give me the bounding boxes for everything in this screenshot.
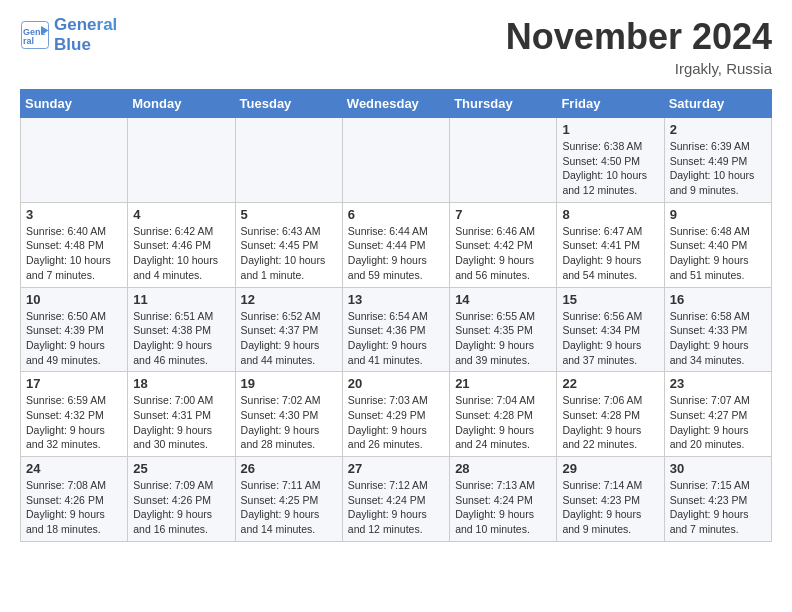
- calendar-cell: 8Sunrise: 6:47 AM Sunset: 4:41 PM Daylig…: [557, 202, 664, 287]
- calendar-cell: [235, 118, 342, 203]
- day-info: Sunrise: 7:15 AM Sunset: 4:23 PM Dayligh…: [670, 478, 766, 537]
- calendar-cell: 7Sunrise: 6:46 AM Sunset: 4:42 PM Daylig…: [450, 202, 557, 287]
- day-info: Sunrise: 7:08 AM Sunset: 4:26 PM Dayligh…: [26, 478, 122, 537]
- day-info: Sunrise: 7:12 AM Sunset: 4:24 PM Dayligh…: [348, 478, 444, 537]
- day-number: 19: [241, 376, 337, 391]
- location: Irgakly, Russia: [506, 60, 772, 77]
- calendar-cell: 13Sunrise: 6:54 AM Sunset: 4:36 PM Dayli…: [342, 287, 449, 372]
- calendar-cell: 26Sunrise: 7:11 AM Sunset: 4:25 PM Dayli…: [235, 457, 342, 542]
- day-number: 28: [455, 461, 551, 476]
- calendar-cell: [128, 118, 235, 203]
- calendar-cell: 29Sunrise: 7:14 AM Sunset: 4:23 PM Dayli…: [557, 457, 664, 542]
- day-info: Sunrise: 6:59 AM Sunset: 4:32 PM Dayligh…: [26, 393, 122, 452]
- day-info: Sunrise: 7:07 AM Sunset: 4:27 PM Dayligh…: [670, 393, 766, 452]
- day-number: 25: [133, 461, 229, 476]
- calendar-cell: 1Sunrise: 6:38 AM Sunset: 4:50 PM Daylig…: [557, 118, 664, 203]
- calendar-cell: 27Sunrise: 7:12 AM Sunset: 4:24 PM Dayli…: [342, 457, 449, 542]
- day-info: Sunrise: 6:42 AM Sunset: 4:46 PM Dayligh…: [133, 224, 229, 283]
- calendar-cell: 4Sunrise: 6:42 AM Sunset: 4:46 PM Daylig…: [128, 202, 235, 287]
- day-number: 11: [133, 292, 229, 307]
- day-info: Sunrise: 6:40 AM Sunset: 4:48 PM Dayligh…: [26, 224, 122, 283]
- day-info: Sunrise: 6:47 AM Sunset: 4:41 PM Dayligh…: [562, 224, 658, 283]
- calendar-cell: 21Sunrise: 7:04 AM Sunset: 4:28 PM Dayli…: [450, 372, 557, 457]
- calendar-cell: 11Sunrise: 6:51 AM Sunset: 4:38 PM Dayli…: [128, 287, 235, 372]
- month-title: November 2024: [506, 16, 772, 58]
- day-number: 9: [670, 207, 766, 222]
- calendar-cell: 24Sunrise: 7:08 AM Sunset: 4:26 PM Dayli…: [21, 457, 128, 542]
- day-info: Sunrise: 6:54 AM Sunset: 4:36 PM Dayligh…: [348, 309, 444, 368]
- calendar-cell: 22Sunrise: 7:06 AM Sunset: 4:28 PM Dayli…: [557, 372, 664, 457]
- day-number: 23: [670, 376, 766, 391]
- day-info: Sunrise: 7:09 AM Sunset: 4:26 PM Dayligh…: [133, 478, 229, 537]
- day-info: Sunrise: 7:06 AM Sunset: 4:28 PM Dayligh…: [562, 393, 658, 452]
- calendar-cell: 14Sunrise: 6:55 AM Sunset: 4:35 PM Dayli…: [450, 287, 557, 372]
- day-number: 5: [241, 207, 337, 222]
- day-number: 26: [241, 461, 337, 476]
- weekday-header-sunday: Sunday: [21, 90, 128, 118]
- calendar-cell: 3Sunrise: 6:40 AM Sunset: 4:48 PM Daylig…: [21, 202, 128, 287]
- day-number: 22: [562, 376, 658, 391]
- weekday-header-row: SundayMondayTuesdayWednesdayThursdayFrid…: [21, 90, 772, 118]
- day-number: 3: [26, 207, 122, 222]
- day-info: Sunrise: 6:43 AM Sunset: 4:45 PM Dayligh…: [241, 224, 337, 283]
- day-info: Sunrise: 6:46 AM Sunset: 4:42 PM Dayligh…: [455, 224, 551, 283]
- day-number: 10: [26, 292, 122, 307]
- day-info: Sunrise: 7:14 AM Sunset: 4:23 PM Dayligh…: [562, 478, 658, 537]
- week-row-3: 10Sunrise: 6:50 AM Sunset: 4:39 PM Dayli…: [21, 287, 772, 372]
- day-info: Sunrise: 6:48 AM Sunset: 4:40 PM Dayligh…: [670, 224, 766, 283]
- day-number: 1: [562, 122, 658, 137]
- day-number: 14: [455, 292, 551, 307]
- calendar-table: SundayMondayTuesdayWednesdayThursdayFrid…: [20, 89, 772, 542]
- page-container: Gene ral General Blue November 2024 Irga…: [0, 0, 792, 558]
- day-info: Sunrise: 6:51 AM Sunset: 4:38 PM Dayligh…: [133, 309, 229, 368]
- day-info: Sunrise: 6:39 AM Sunset: 4:49 PM Dayligh…: [670, 139, 766, 198]
- day-info: Sunrise: 7:02 AM Sunset: 4:30 PM Dayligh…: [241, 393, 337, 452]
- calendar-cell: 17Sunrise: 6:59 AM Sunset: 4:32 PM Dayli…: [21, 372, 128, 457]
- day-number: 4: [133, 207, 229, 222]
- week-row-2: 3Sunrise: 6:40 AM Sunset: 4:48 PM Daylig…: [21, 202, 772, 287]
- day-number: 21: [455, 376, 551, 391]
- calendar-cell: 6Sunrise: 6:44 AM Sunset: 4:44 PM Daylig…: [342, 202, 449, 287]
- calendar-header: SundayMondayTuesdayWednesdayThursdayFrid…: [21, 90, 772, 118]
- weekday-header-tuesday: Tuesday: [235, 90, 342, 118]
- day-number: 17: [26, 376, 122, 391]
- week-row-5: 24Sunrise: 7:08 AM Sunset: 4:26 PM Dayli…: [21, 457, 772, 542]
- calendar-body: 1Sunrise: 6:38 AM Sunset: 4:50 PM Daylig…: [21, 118, 772, 542]
- calendar-cell: 18Sunrise: 7:00 AM Sunset: 4:31 PM Dayli…: [128, 372, 235, 457]
- calendar-cell: 10Sunrise: 6:50 AM Sunset: 4:39 PM Dayli…: [21, 287, 128, 372]
- calendar-cell: 28Sunrise: 7:13 AM Sunset: 4:24 PM Dayli…: [450, 457, 557, 542]
- calendar-cell: 15Sunrise: 6:56 AM Sunset: 4:34 PM Dayli…: [557, 287, 664, 372]
- weekday-header-wednesday: Wednesday: [342, 90, 449, 118]
- day-number: 8: [562, 207, 658, 222]
- logo: Gene ral General Blue: [20, 16, 117, 55]
- day-number: 7: [455, 207, 551, 222]
- calendar-cell: 19Sunrise: 7:02 AM Sunset: 4:30 PM Dayli…: [235, 372, 342, 457]
- weekday-header-friday: Friday: [557, 90, 664, 118]
- day-info: Sunrise: 6:50 AM Sunset: 4:39 PM Dayligh…: [26, 309, 122, 368]
- title-section: November 2024 Irgakly, Russia: [506, 16, 772, 77]
- week-row-1: 1Sunrise: 6:38 AM Sunset: 4:50 PM Daylig…: [21, 118, 772, 203]
- week-row-4: 17Sunrise: 6:59 AM Sunset: 4:32 PM Dayli…: [21, 372, 772, 457]
- day-number: 29: [562, 461, 658, 476]
- day-info: Sunrise: 6:58 AM Sunset: 4:33 PM Dayligh…: [670, 309, 766, 368]
- day-info: Sunrise: 7:03 AM Sunset: 4:29 PM Dayligh…: [348, 393, 444, 452]
- calendar-cell: 16Sunrise: 6:58 AM Sunset: 4:33 PM Dayli…: [664, 287, 771, 372]
- calendar-cell: 2Sunrise: 6:39 AM Sunset: 4:49 PM Daylig…: [664, 118, 771, 203]
- day-number: 15: [562, 292, 658, 307]
- weekday-header-thursday: Thursday: [450, 90, 557, 118]
- day-info: Sunrise: 6:38 AM Sunset: 4:50 PM Dayligh…: [562, 139, 658, 198]
- weekday-header-saturday: Saturday: [664, 90, 771, 118]
- logo-text: General Blue: [54, 16, 117, 55]
- calendar-cell: 25Sunrise: 7:09 AM Sunset: 4:26 PM Dayli…: [128, 457, 235, 542]
- day-info: Sunrise: 7:11 AM Sunset: 4:25 PM Dayligh…: [241, 478, 337, 537]
- day-number: 13: [348, 292, 444, 307]
- svg-text:ral: ral: [23, 36, 34, 46]
- day-number: 27: [348, 461, 444, 476]
- calendar-cell: 30Sunrise: 7:15 AM Sunset: 4:23 PM Dayli…: [664, 457, 771, 542]
- day-number: 20: [348, 376, 444, 391]
- calendar-cell: 9Sunrise: 6:48 AM Sunset: 4:40 PM Daylig…: [664, 202, 771, 287]
- day-info: Sunrise: 7:04 AM Sunset: 4:28 PM Dayligh…: [455, 393, 551, 452]
- day-number: 24: [26, 461, 122, 476]
- logo-icon: Gene ral: [20, 20, 50, 50]
- calendar-cell: 20Sunrise: 7:03 AM Sunset: 4:29 PM Dayli…: [342, 372, 449, 457]
